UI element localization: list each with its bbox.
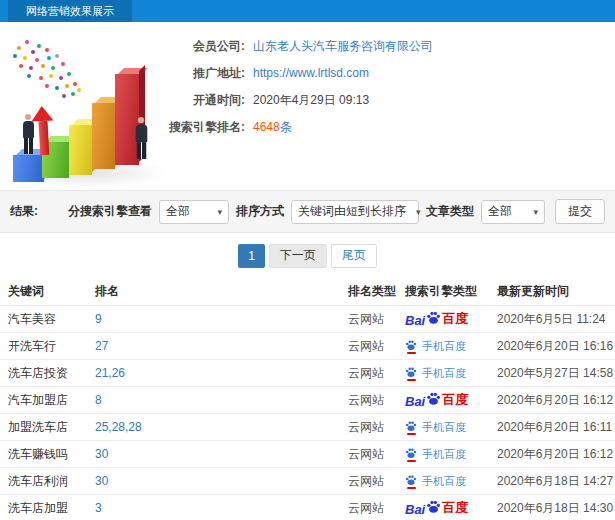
sort-filter-select[interactable]: 关键词由短到长排序 ▾ — [291, 200, 419, 224]
rank-type-cell: 云网站 — [348, 311, 405, 328]
filter-controls: 分搜索引擎查看 全部 ▾ 排序方式 关键词由短到长排序 ▾ 文章类型 全部 ▾ … — [68, 199, 605, 224]
engine-type-cell: Bai 百度 — [405, 391, 497, 409]
rank-type-cell: 云网站 — [348, 338, 405, 355]
rank-link[interactable]: 30 — [95, 474, 348, 488]
keyword-cell: 洗车店投资 — [8, 365, 95, 382]
submit-button[interactable]: 提交 — [555, 199, 605, 224]
titlebar: 网络营销效果展示 — [0, 0, 615, 22]
engine-filter-select[interactable]: 全部 ▾ — [159, 200, 229, 224]
updated-time-cell: 2020年6月20日 16:11 — [497, 419, 615, 436]
rank-link[interactable]: 27 — [95, 339, 348, 353]
mobile-baidu-badge[interactable]: 手机百度 — [405, 474, 466, 489]
rank-link[interactable]: 3 — [95, 501, 348, 515]
keyword-cell: 开洗车行 — [8, 338, 95, 355]
mobile-baidu-label: 手机百度 — [422, 420, 466, 435]
keyword-cell: 洗车赚钱吗 — [8, 446, 95, 463]
engine-type-cell: Bai 百度 — [405, 499, 497, 517]
illustration-bar-blue — [13, 155, 44, 182]
opened-time-value: 2020年4月29日 09:13 — [253, 93, 369, 107]
engine-type-cell: Bai 百度 — [405, 420, 497, 435]
table-row: 洗车店利润 30 云网站 Bai 百度 — [0, 468, 615, 495]
confetti-dots — [7, 40, 11, 44]
promo-url-link[interactable]: https://www.lrtlsd.com — [253, 66, 369, 80]
rank-type-cell: 云网站 — [348, 419, 405, 436]
illustration-bar-yellow — [69, 125, 92, 175]
table-row: 开洗车行 27 云网站 Bai 百度 — [0, 333, 615, 360]
last-page-button[interactable]: 尾页 — [331, 244, 377, 268]
mobile-baidu-paw-icon — [405, 447, 417, 462]
baidu-logo[interactable]: Bai 百度 — [405, 310, 468, 328]
page-number-current[interactable]: 1 — [238, 244, 265, 268]
table-row: 加盟洗车店 25,28,28 云网站 Bai 百度 — [0, 414, 615, 441]
baidu-paw-icon — [426, 310, 441, 328]
page-title-tab[interactable]: 网络营销效果展示 — [8, 0, 132, 22]
updated-time-cell: 2020年5月27日 14:58 — [497, 365, 615, 382]
illustration-bar-orange — [92, 103, 115, 169]
rank-link[interactable]: 8 — [95, 393, 348, 407]
rank-count: 4648 — [253, 120, 280, 134]
mobile-baidu-paw-icon — [405, 420, 417, 435]
rank-type-cell: 云网站 — [348, 446, 405, 463]
col-updated: 最新更新时间 — [497, 283, 615, 300]
next-page-button[interactable]: 下一页 — [269, 244, 327, 268]
updated-time-cell: 2020年6月20日 16:12 — [497, 446, 615, 463]
rank-type-cell: 云网站 — [348, 365, 405, 382]
rank-unit[interactable]: 条 — [280, 120, 292, 134]
mobile-baidu-paw-icon — [405, 339, 417, 354]
mobile-baidu-badge[interactable]: 手机百度 — [405, 366, 466, 381]
keyword-cell: 洗车店利润 — [8, 473, 95, 490]
mobile-baidu-label: 手机百度 — [422, 447, 466, 462]
engine-type-cell: Bai 百度 — [405, 474, 497, 489]
keyword-cell: 加盟洗车店 — [8, 419, 95, 436]
keyword-cell: 汽车美容 — [8, 311, 95, 328]
table-header-row: 关键词 排名 排名类型 搜索引擎类型 最新更新时间 — [0, 278, 615, 306]
page-title: 网络营销效果展示 — [26, 4, 114, 19]
engine-filter-value: 全部 — [166, 203, 190, 220]
page: 网络营销效果展示 — [0, 0, 615, 520]
result-section-label: 结果: — [10, 203, 38, 220]
mobile-baidu-label: 手机百度 — [422, 366, 466, 381]
table-row: 洗车赚钱吗 30 云网站 Bai 百度 — [0, 441, 615, 468]
engine-filter-label: 分搜索引擎查看 — [68, 203, 152, 220]
rank-link[interactable]: 9 — [95, 312, 348, 326]
type-filter-select[interactable]: 全部 ▾ — [481, 200, 545, 224]
pagination: 1 下一页 尾页 — [0, 233, 615, 278]
rank-link[interactable]: 30 — [95, 447, 348, 461]
chevron-down-icon: ▾ — [217, 207, 222, 217]
results-table: 关键词 排名 排名类型 搜索引擎类型 最新更新时间 汽车美容 9 云网站 Bai — [0, 278, 615, 520]
engine-type-cell: Bai 百度 — [405, 339, 497, 354]
baidu-paw-icon — [426, 499, 441, 517]
sort-filter-value: 关键词由短到长排序 — [298, 203, 406, 220]
rank-type-cell: 云网站 — [348, 392, 405, 409]
engine-type-cell: Bai 百度 — [405, 366, 497, 381]
mobile-baidu-badge[interactable]: 手机百度 — [405, 339, 466, 354]
updated-time-cell: 2020年6月18日 14:30 — [497, 500, 615, 517]
businessman-figure-right — [134, 117, 149, 159]
updated-time-cell: 2020年6月20日 16:16 — [497, 338, 615, 355]
keyword-cell: 汽车加盟店 — [8, 392, 95, 409]
businessman-figure-left — [21, 114, 35, 154]
rank-link[interactable]: 21,26 — [95, 366, 348, 380]
mobile-baidu-label: 手机百度 — [422, 339, 466, 354]
sort-filter-label: 排序方式 — [236, 203, 284, 220]
updated-time-cell: 2020年6月5日 11:24 — [497, 311, 615, 328]
col-rank-type: 排名类型 — [348, 283, 405, 300]
baidu-logo[interactable]: Bai 百度 — [405, 499, 468, 517]
mobile-baidu-badge[interactable]: 手机百度 — [405, 420, 466, 435]
engine-type-cell: Bai 百度 — [405, 447, 497, 462]
mobile-baidu-badge[interactable]: 手机百度 — [405, 447, 466, 462]
baidu-paw-icon — [426, 391, 441, 409]
engine-rank-value: 4648条 — [253, 120, 292, 134]
chevron-down-icon: ▾ — [533, 207, 538, 217]
table-row: 洗车店投资 21,26 云网站 Bai 百度 — [0, 360, 615, 387]
mobile-baidu-paw-icon — [405, 474, 417, 489]
mobile-baidu-paw-icon — [405, 366, 417, 381]
bar-chart-illustration — [5, 30, 175, 188]
top-section: 会员公司: 山东老人头汽车服务咨询有限公司 推广地址: https://www.… — [0, 22, 615, 190]
company-link[interactable]: 山东老人头汽车服务咨询有限公司 — [253, 39, 433, 53]
rank-link[interactable]: 25,28,28 — [95, 420, 348, 434]
col-keyword: 关键词 — [8, 283, 95, 300]
type-filter-label: 文章类型 — [426, 203, 474, 220]
baidu-logo[interactable]: Bai 百度 — [405, 391, 468, 409]
col-engine-type: 搜索引擎类型 — [405, 283, 497, 300]
